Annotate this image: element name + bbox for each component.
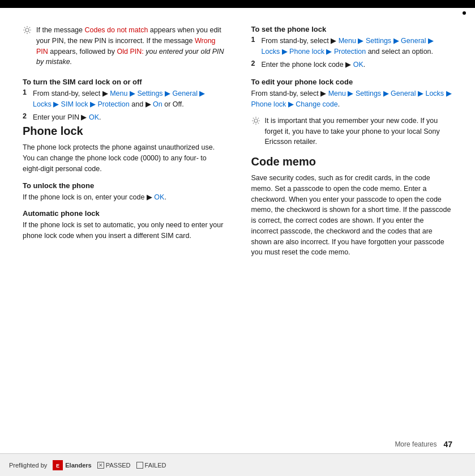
page-label: More features — [395, 440, 437, 448]
svg-line-17 — [253, 122, 253, 123]
code-memo-text: Save security codes, such as for credit … — [251, 173, 453, 258]
svg-line-8 — [24, 32, 25, 33]
set-step-1-num: 1 — [251, 36, 258, 57]
sim-step-1: 1 From stand-by, select ▶ Menu ▶ Setting… — [23, 88, 224, 110]
page-container: If the message Codes do not match appear… — [0, 0, 475, 476]
tip-text-1: If the message Codes do not match appear… — [36, 25, 224, 67]
set-step-2: 2 Enter the phone lock code ▶ OK. — [251, 60, 453, 70]
right-column: To set the phone lock 1 From stand-by, s… — [238, 8, 476, 453]
elanders-icon: E — [53, 460, 63, 470]
svg-line-14 — [253, 118, 253, 118]
edit-phone-lock-heading: To edit your phone lock code — [251, 78, 453, 86]
tip-block-1: If the message Codes do not match appear… — [23, 25, 224, 67]
left-column: If the message Codes do not match appear… — [0, 8, 238, 453]
tip-icon-2 — [251, 116, 260, 147]
preflight-label: Preflighted by — [9, 462, 47, 469]
elanders-name: Elanders — [65, 462, 91, 469]
svg-line-15 — [258, 122, 258, 123]
unlock-phone-heading: To unlock the phone — [23, 181, 224, 190]
svg-point-0 — [25, 28, 29, 32]
edit-phone-lock-text: From stand-by, select ▶ Menu ▶ Settings … — [251, 88, 453, 110]
ok-link-unlock: OK — [154, 193, 164, 201]
bottom-bar: Preflighted by E Elanders ✕ PASSED FAILE… — [0, 453, 475, 476]
passed-label: PASSED — [106, 462, 131, 469]
tip-icon-1 — [23, 26, 32, 67]
elanders-logo: E Elanders — [53, 460, 91, 470]
set-step-1-text: From stand-by, select ▶ Menu ▶ Settings … — [262, 36, 453, 57]
passed-checkbox: ✕ — [97, 462, 104, 469]
sim-step-2-text: Enter your PIN ▶ OK. — [33, 112, 101, 123]
page-number-area: More features 47 — [395, 440, 452, 449]
sim-step-2-num: 2 — [23, 112, 29, 123]
svg-line-7 — [29, 27, 30, 28]
set-step-1: 1 From stand-by, select ▶ Menu ▶ Setting… — [251, 36, 453, 57]
set-step-2-num: 2 — [251, 60, 258, 70]
failed-label: FAILED — [145, 462, 166, 469]
highlight-codes-not-match: Codes do not match — [84, 26, 148, 34]
svg-point-9 — [254, 119, 258, 122]
auto-phone-lock-heading: Automatic phone lock — [23, 209, 224, 218]
svg-line-6 — [29, 32, 30, 33]
set-step-2-text: Enter the phone lock code ▶ OK. — [262, 60, 366, 70]
tip-text-2: It is important that you remember your n… — [265, 116, 453, 147]
code-memo-h2: Code memo — [251, 155, 453, 168]
tip-block-2: It is important that you remember your n… — [251, 116, 453, 147]
settings-path-edit: ▶ Settings ▶ General ▶ Locks ▶ Phone loc… — [251, 90, 452, 108]
failed-badge: FAILED — [136, 462, 166, 469]
sim-lock-heading: To turn the SIM card lock on or off — [23, 78, 224, 86]
phone-lock-h2: Phone lock — [23, 125, 224, 138]
on-link: On — [153, 100, 162, 108]
top-bar — [0, 0, 475, 8]
ok-link-1: OK — [89, 113, 99, 121]
auto-phone-lock-text: If the phone lock is set to automatic, y… — [23, 220, 224, 241]
page-number: 47 — [443, 440, 452, 449]
svg-line-5 — [24, 27, 25, 28]
sim-step-2: 2 Enter your PIN ▶ OK. — [23, 112, 224, 123]
svg-line-16 — [258, 118, 258, 118]
sim-step-1-num: 1 — [23, 88, 29, 110]
sim-step-1-text: From stand-by, select ▶ Menu ▶ Settings … — [33, 88, 224, 110]
passed-badge: ✕ PASSED — [97, 462, 131, 469]
set-phone-lock-heading: To set the phone lock — [251, 25, 453, 33]
content-area: If the message Codes do not match appear… — [0, 8, 475, 453]
highlight-old-pin: Old PIN: — [117, 48, 143, 56]
menu-link-edit: Menu — [328, 90, 346, 97]
phone-lock-intro: The phone lock protects the phone agains… — [23, 142, 224, 174]
menu-link-right: Menu — [339, 37, 356, 45]
ok-link-set: OK — [353, 61, 363, 69]
menu-link-1: Menu — [110, 90, 127, 97]
svg-text:E: E — [56, 463, 59, 469]
unlock-phone-text: If the phone lock is on, enter your code… — [23, 192, 224, 203]
failed-checkbox — [136, 462, 143, 469]
